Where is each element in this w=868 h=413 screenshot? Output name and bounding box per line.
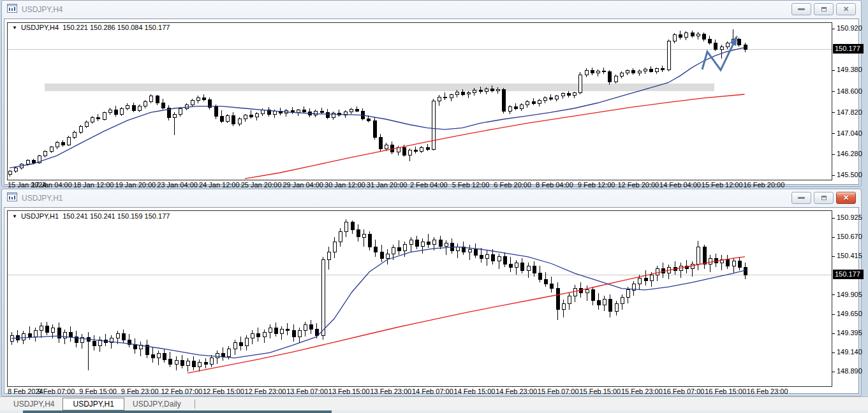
time-axis-h1[interactable]: 8 Feb 20249 Feb 07:009 Feb 15:009 Feb 23… xyxy=(8,388,830,396)
window-title: USDJPY,H1 xyxy=(22,194,787,203)
price-axis-h4[interactable]: 150.920149.380148.600147.820147.040146.2… xyxy=(831,19,863,184)
titlebar-h4[interactable]: USDJPY,H4 ✕ xyxy=(2,1,861,18)
tab-separator xyxy=(195,400,195,409)
y-axis-tick-label: 150.670 xyxy=(832,233,862,240)
chart-client-h4: ▼USDJPY,H4 150.221 150.286 150.084 150.1… xyxy=(4,18,859,185)
minimize-button[interactable] xyxy=(791,192,811,204)
y-axis-tick-label: 149.650 xyxy=(832,310,862,317)
close-button[interactable]: ✕ xyxy=(836,192,856,204)
minimize-icon xyxy=(798,8,805,10)
titlebar-h1[interactable]: USDJPY,H1 ✕ xyxy=(2,189,861,207)
close-icon: ✕ xyxy=(843,6,849,13)
window-title: USDJPY,H4 xyxy=(22,5,787,14)
ma-fast-line xyxy=(11,247,745,358)
restore-button[interactable] xyxy=(814,192,834,204)
symbol-dropdown-icon[interactable]: ▼ xyxy=(12,214,17,219)
chart-client-h1: ▼USDJPY,H1 150.241 150.241 150.159 150.1… xyxy=(4,207,859,394)
x-axis-time-label: 16 Feb 20:00 xyxy=(732,181,796,189)
x-axis-time-label: 16 Feb 23:00 xyxy=(735,388,799,395)
scrollbar-thumb[interactable] xyxy=(23,410,332,413)
ma-slow-line xyxy=(188,257,745,373)
symbol-label: USDJPY,H1 xyxy=(21,212,59,220)
ma-fast-line xyxy=(10,48,745,168)
y-axis-tick-label: 145.500 xyxy=(832,171,862,178)
y-axis-tick-label: 146.280 xyxy=(832,150,862,157)
tab-usdjpy-h4[interactable]: USDJPY,H4 xyxy=(5,398,63,410)
symbol-dropdown-icon[interactable]: ▼ xyxy=(12,25,17,31)
tab-usdjpy-h1[interactable]: USDJPY,H1 xyxy=(63,398,124,410)
ohlc-values: 150.241 150.241 150.159 150.177 xyxy=(63,212,170,220)
y-axis-tick-label: 150.920 xyxy=(832,24,862,32)
chart-plot-h1[interactable] xyxy=(7,210,832,387)
horizontal-scrollbar[interactable] xyxy=(0,410,868,413)
candles xyxy=(8,29,747,177)
symbol-label: USDJPY,H4 xyxy=(21,24,59,31)
y-axis-tick-label: 149.905 xyxy=(832,291,862,298)
ohlc-values: 150.221 150.286 150.084 150.177 xyxy=(63,24,170,31)
chart-plot-h4[interactable] xyxy=(7,22,832,180)
restore-button[interactable] xyxy=(814,3,834,15)
ohlc-info-line: ▼USDJPY,H1 150.241 150.241 150.159 150.1… xyxy=(12,212,170,220)
restore-icon xyxy=(821,7,827,11)
window-usdjpy-h1: USDJPY,H1 ✕ ▼USDJPY,H1 150.241 150.241 1… xyxy=(1,189,862,396)
zigzag-arrowhead xyxy=(730,35,737,46)
y-axis-tick-label: 150.925 xyxy=(832,214,862,221)
chart-tab-bar: USDJPY,H4 USDJPY,H1 USDJPY,Daily xyxy=(0,396,868,410)
minimize-icon xyxy=(798,197,805,199)
window-usdjpy-h4: USDJPY,H4 ✕ ▼USDJPY,H4 150.221 150.286 1… xyxy=(1,0,862,187)
y-axis-tick-label: 150.415 xyxy=(832,252,862,259)
current-price-badge: 150.177 xyxy=(833,44,864,54)
ohlc-info-line: ▼USDJPY,H4 150.221 150.286 150.084 150.1… xyxy=(12,24,170,31)
tab-usdjpy-daily[interactable]: USDJPY,Daily xyxy=(124,398,189,410)
chart-window-icon xyxy=(7,4,17,15)
chart-window-icon xyxy=(7,192,17,204)
y-axis-tick-label: 147.820 xyxy=(832,108,862,116)
close-button[interactable]: ✕ xyxy=(836,3,856,15)
current-price-badge: 150.177 xyxy=(833,270,864,279)
y-axis-tick-label: 148.890 xyxy=(832,367,862,375)
y-axis-tick-label: 147.040 xyxy=(832,129,862,137)
minimize-button[interactable] xyxy=(791,3,811,15)
y-axis-tick-label: 149.140 xyxy=(832,348,862,356)
y-axis-tick-label: 149.380 xyxy=(832,66,862,73)
restore-icon xyxy=(821,196,827,200)
zone-rectangle[interactable] xyxy=(45,83,714,91)
close-icon: ✕ xyxy=(843,194,849,201)
candles xyxy=(10,219,747,372)
y-axis-tick-label: 148.600 xyxy=(832,87,862,95)
ma-slow-line xyxy=(245,94,745,178)
y-axis-tick-label: 149.395 xyxy=(832,329,862,337)
price-axis-h1[interactable]: 150.925150.670150.415149.905149.650149.3… xyxy=(831,208,863,393)
